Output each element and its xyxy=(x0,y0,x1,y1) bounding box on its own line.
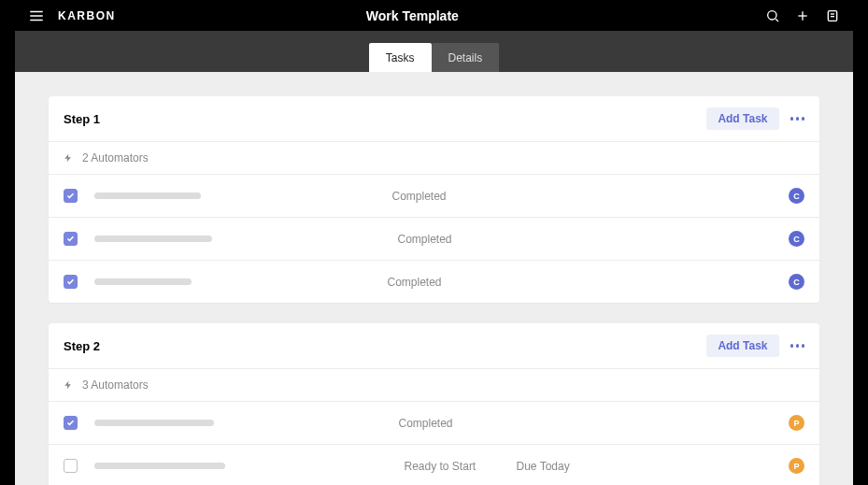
task-status: Ready to Start xyxy=(405,460,517,473)
section-step-1: Step 1 Add Task 2 Automators Completed C… xyxy=(49,96,819,303)
svg-line-4 xyxy=(776,19,778,21)
task-checkbox[interactable] xyxy=(64,232,78,246)
task-status: Completed xyxy=(398,233,510,246)
tab-bar: Tasks Details xyxy=(15,31,853,72)
task-title-placeholder xyxy=(94,193,201,199)
tab-tasks[interactable]: Tasks xyxy=(369,43,432,72)
task-row[interactable]: Completed C xyxy=(49,260,819,303)
task-title-placeholder xyxy=(94,463,225,469)
section-title: Step 1 xyxy=(64,112,100,126)
bolt-icon xyxy=(64,380,73,390)
task-due: Due Today xyxy=(517,460,610,473)
tab-details[interactable]: Details xyxy=(432,43,500,72)
task-row[interactable]: Completed C xyxy=(49,217,819,260)
automator-count: 2 Automators xyxy=(82,151,149,164)
section-menu-icon[interactable] xyxy=(790,117,805,121)
task-assignee-avatar[interactable]: P xyxy=(789,458,804,474)
task-row[interactable]: Ready to Start Due Today P xyxy=(49,444,819,485)
task-assignee-avatar[interactable]: C xyxy=(789,274,804,290)
task-assignee-avatar[interactable]: P xyxy=(789,415,804,431)
add-task-button[interactable]: Add Task xyxy=(706,107,778,130)
section-menu-icon[interactable] xyxy=(790,344,805,348)
menu-icon[interactable] xyxy=(28,7,45,24)
task-status: Completed xyxy=(388,276,500,289)
page-title: Work Template xyxy=(60,8,765,23)
automator-row: 2 Automators xyxy=(49,141,819,174)
task-title-placeholder xyxy=(94,235,212,242)
task-assignee-avatar[interactable]: C xyxy=(789,231,804,247)
task-checkbox[interactable] xyxy=(64,416,78,430)
task-title-placeholder xyxy=(94,278,192,285)
task-checkbox[interactable] xyxy=(64,459,78,473)
search-icon[interactable] xyxy=(765,8,780,23)
automator-row: 3 Automators xyxy=(49,368,819,401)
task-assignee-avatar[interactable]: C xyxy=(789,188,804,204)
task-status: Completed xyxy=(399,417,511,430)
task-title-placeholder xyxy=(94,420,214,426)
section-step-2: Step 2 Add Task 3 Automators Completed P… xyxy=(49,323,819,485)
add-icon[interactable] xyxy=(795,8,810,23)
task-row[interactable]: Completed P xyxy=(49,401,819,444)
bolt-icon xyxy=(64,153,73,163)
task-checkbox[interactable] xyxy=(64,189,78,203)
section-title: Step 2 xyxy=(64,339,100,353)
svg-point-3 xyxy=(768,10,776,19)
add-task-button[interactable]: Add Task xyxy=(706,335,778,357)
automator-count: 3 Automators xyxy=(82,378,149,392)
task-checkbox[interactable] xyxy=(64,275,78,289)
task-status: Completed xyxy=(392,190,505,203)
notes-icon[interactable] xyxy=(825,8,840,23)
task-row[interactable]: Completed C xyxy=(49,174,819,217)
